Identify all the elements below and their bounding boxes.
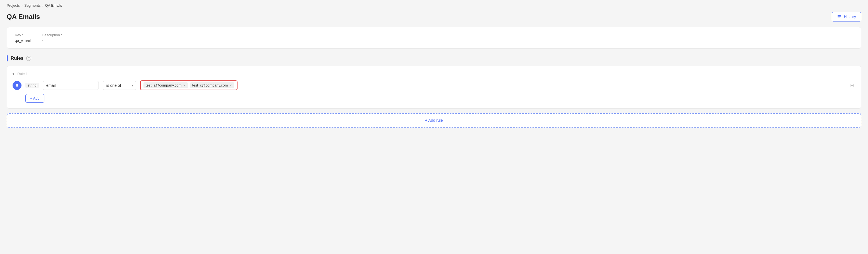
- help-icon-label: ?: [28, 57, 30, 60]
- page-title: QA Emails: [7, 13, 40, 21]
- rule-row: If string is one of is contains test_a@c…: [12, 81, 856, 90]
- add-rule-box[interactable]: + Add rule: [7, 113, 861, 128]
- value-tag-2-remove[interactable]: ×: [229, 84, 231, 87]
- breadcrumb-sep-2: ›: [42, 4, 43, 7]
- breadcrumb-segments[interactable]: Segments: [24, 3, 41, 7]
- breadcrumb-projects[interactable]: Projects: [7, 3, 20, 7]
- value-tag-1-text: test_a@company.com: [146, 83, 182, 87]
- field-input[interactable]: [43, 81, 99, 90]
- operator-wrapper: is one of is contains: [103, 81, 136, 90]
- delete-rule-button[interactable]: ⊟: [849, 82, 856, 89]
- key-label: Key :: [15, 33, 31, 37]
- operator-select[interactable]: is one of is contains: [103, 81, 136, 90]
- section-title: Rules: [10, 56, 24, 61]
- header-row: QA Emails History: [7, 12, 861, 22]
- history-button[interactable]: History: [832, 12, 861, 22]
- rules-container: ▾ Rule 1 If string is one of is contains…: [7, 66, 861, 108]
- help-icon[interactable]: ?: [26, 56, 31, 61]
- key-value: qa_email: [15, 38, 31, 43]
- breadcrumb-sep-1: ›: [22, 4, 23, 7]
- info-card: Key : qa_email Description : -: [7, 27, 861, 49]
- breadcrumb: Projects › Segments › QA Emails: [7, 3, 861, 7]
- svg-rect-2: [838, 18, 840, 18]
- rule-label: Rule 1: [17, 72, 28, 76]
- if-badge: If: [12, 81, 22, 90]
- description-value: -: [42, 38, 62, 43]
- rule-collapse-icon[interactable]: ▾: [12, 72, 14, 76]
- rule-header: ▾ Rule 1: [12, 72, 856, 76]
- add-condition-row: + Add: [25, 94, 856, 103]
- key-field: Key : qa_email: [15, 33, 31, 43]
- history-icon: [837, 14, 841, 19]
- description-label: Description :: [42, 33, 62, 37]
- values-box[interactable]: test_a@company.com × test_c@company.com …: [140, 81, 238, 90]
- description-field: Description : -: [42, 33, 62, 43]
- svg-rect-0: [838, 15, 841, 16]
- value-tag-1-remove[interactable]: ×: [183, 84, 185, 87]
- breadcrumb-current: QA Emails: [45, 3, 62, 7]
- value-tag-2: test_c@company.com ×: [190, 82, 234, 88]
- add-rule-label: + Add rule: [425, 118, 443, 123]
- page-wrapper: Projects › Segments › QA Emails QA Email…: [0, 0, 868, 254]
- type-tag: string: [25, 83, 39, 88]
- history-button-label: History: [844, 14, 856, 19]
- svg-rect-1: [838, 17, 841, 17]
- value-tag-1: test_a@company.com ×: [144, 82, 188, 88]
- section-accent: [7, 55, 8, 61]
- add-condition-button[interactable]: + Add: [25, 94, 44, 103]
- section-header: Rules ?: [7, 55, 861, 61]
- value-tag-2-text: test_c@company.com: [192, 83, 228, 87]
